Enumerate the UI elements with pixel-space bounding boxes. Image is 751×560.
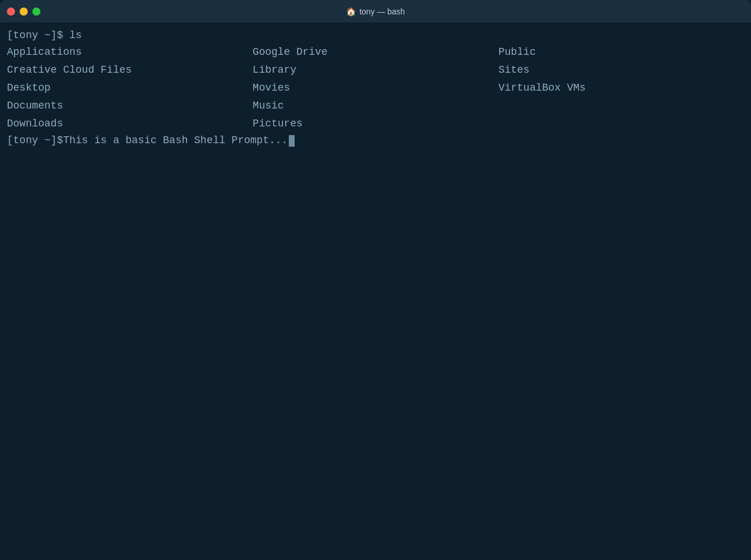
title-icon: 🏠: [346, 7, 356, 16]
maximize-button[interactable]: [32, 8, 40, 16]
title-text: tony — bash: [359, 7, 405, 16]
second-prompt-text: This is a basic Bash Shell Prompt...: [63, 133, 288, 148]
second-prompt-prefix: [tony ~]$: [7, 133, 63, 148]
list-item: Pictures: [252, 115, 498, 133]
list-item: Applications: [7, 43, 252, 61]
list-item: Creative Cloud Files: [7, 61, 252, 79]
list-item: Public: [499, 43, 744, 61]
list-item: Music: [252, 97, 498, 115]
first-prompt: [tony ~]$ ls: [7, 29, 82, 41]
first-command-line: [tony ~]$ ls: [7, 28, 744, 43]
terminal-window: 🏠 tony — bash [tony ~]$ ls Applications …: [0, 0, 751, 560]
cursor: [289, 135, 295, 147]
list-item: Downloads: [7, 115, 252, 133]
list-item: Desktop: [7, 79, 252, 97]
close-button[interactable]: [7, 8, 15, 16]
list-item: Library: [252, 61, 498, 79]
traffic-lights: [7, 8, 40, 16]
list-item: [499, 97, 744, 115]
list-item: Movies: [252, 79, 498, 97]
titlebar: 🏠 tony — bash: [0, 0, 751, 23]
list-item: Documents: [7, 97, 252, 115]
list-item: Google Drive: [252, 43, 498, 61]
list-item: [499, 115, 744, 133]
window-title: 🏠 tony — bash: [346, 7, 405, 16]
ls-output: Applications Google Drive Public Creativ…: [7, 43, 744, 133]
list-item: Sites: [499, 61, 744, 79]
terminal-body[interactable]: [tony ~]$ ls Applications Google Drive P…: [0, 23, 751, 560]
list-item: VirtualBox VMs: [499, 79, 744, 97]
second-command-line: [tony ~]$ This is a basic Bash Shell Pro…: [7, 133, 744, 148]
minimize-button[interactable]: [20, 8, 28, 16]
